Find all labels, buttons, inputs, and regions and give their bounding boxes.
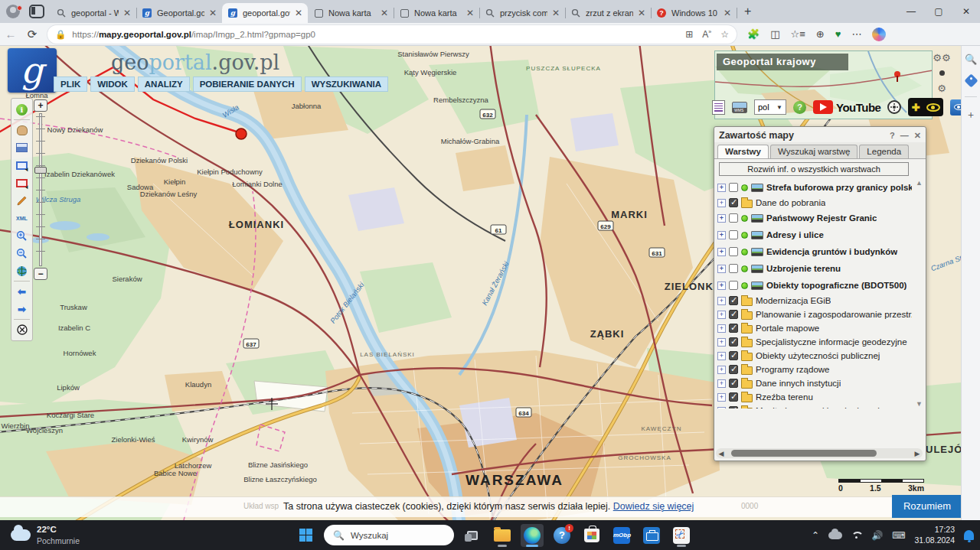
layer-row[interactable]: +Uzbrojenie terenu [717,260,912,277]
close-tool[interactable] [14,322,30,337]
layer-checkbox[interactable] [729,406,738,408]
layers-horizontal-scrollbar[interactable]: ◀ ▶ [716,448,923,458]
menu-pobieranie-danych[interactable]: POBIERANIE DANYCH [193,76,302,92]
layer-checkbox[interactable] [729,337,738,347]
layer-row[interactable]: +Ewidencja gruntów i budynków [717,243,912,260]
panel-help-icon[interactable]: ? [890,131,895,140]
extensions-icon[interactable]: 🧩 [747,28,760,40]
sidebar-add-icon[interactable]: ＋ [966,108,976,122]
layer-row[interactable]: +Monitoring pozyskiwania danych [717,404,912,408]
browser-tab[interactable]: gGeoportal.gov.pl✕ [136,3,222,23]
cookie-accept-button[interactable]: Rozumiem [892,495,962,518]
scrollbar-thumb[interactable] [731,450,877,457]
gov-app-button[interactable]: mObp [610,524,633,547]
zoom-handle[interactable] [34,167,47,174]
menu-plik[interactable]: PLIK [54,76,87,92]
toolbox-app-button[interactable] [640,524,663,547]
wms-service-icon[interactable] [732,102,747,113]
layer-row[interactable]: +Specjalistyczne informacje geodezyjne [717,335,912,349]
task-view-button[interactable] [461,524,484,547]
layer-checkbox[interactable] [729,247,738,256]
file-explorer-button[interactable] [491,524,514,547]
scroll-left-icon[interactable]: ◀ [716,450,727,457]
tab-close-icon[interactable]: ✕ [381,8,388,18]
layer-row[interactable]: +Portale mapowe [717,321,912,335]
full-extent-tool[interactable] [14,263,30,278]
language-select[interactable]: pol▼ [754,99,786,115]
tab-close-icon[interactable]: ✕ [209,8,217,18]
scroll-right-icon[interactable]: ▶ [912,450,923,457]
copilot-icon[interactable] [872,28,886,41]
expand-icon[interactable]: + [717,199,726,207]
attribute-table-tool[interactable] [14,140,30,155]
layer-row[interactable]: +Obiekty użyteczności publicznej [717,349,912,363]
refresh-icon[interactable]: ⟳ [21,28,43,41]
profile-button[interactable] [0,5,26,18]
zoom-out-tool[interactable] [14,246,30,261]
tab-close-icon[interactable]: ✕ [638,8,645,18]
minimize-button[interactable]: — [897,0,925,23]
tab-close-icon[interactable]: ✕ [552,8,560,18]
legend-list-icon[interactable] [712,100,725,115]
wifi-icon[interactable] [851,532,862,539]
menu-widok[interactable]: WIDOK [90,76,135,92]
volume-icon[interactable]: 🔊 [871,530,883,541]
address-bar[interactable]: 🔒 https://mapy.geoportal.gov.pl/imap/Img… [47,25,737,44]
browser-tab[interactable]: Nowa karta✕ [394,3,479,23]
maximize-button[interactable]: ▢ [925,0,952,23]
tab-close-icon[interactable]: ✕ [295,8,302,18]
layer-row[interactable]: +Modernizacja EGiB [717,294,912,308]
expand-icon[interactable]: + [717,366,726,374]
panel-close-icon[interactable]: ✕ [914,131,921,141]
layers-tab-legenda[interactable]: Legenda [859,145,909,158]
expand-icon[interactable]: + [717,379,726,388]
browser-tab[interactable]: geoportal - Wysz✕ [51,3,136,23]
layer-checkbox[interactable] [729,296,738,305]
tab-close-icon[interactable]: ✕ [466,8,474,18]
layer-row[interactable]: +Adresy i ulice [717,226,912,243]
zoom-out-button[interactable]: − [34,268,47,280]
start-button[interactable] [294,524,317,547]
layer-row[interactable]: +Obiekty topograficzne (BDOT500) [717,277,912,294]
layer-row[interactable]: +Programy rządowe [717,363,912,376]
settings-more-icon[interactable]: ⋯ [851,28,861,40]
layers-vertical-scrollbar[interactable]: ▲ ▼ [914,179,924,408]
previous-view-tool[interactable]: ⬅ [14,284,30,299]
panel-minimize-icon[interactable]: — [900,131,909,140]
scroll-down-icon[interactable]: ▼ [915,400,923,408]
split-screen-icon[interactable]: ◫ [770,28,779,40]
notifications-bell-icon[interactable] [964,530,974,540]
gears-icon[interactable]: ⚙⚙ [933,52,950,63]
weather-widget[interactable]: 22°C Pochmurnie [0,524,153,546]
map-marker[interactable] [236,129,247,139]
expand-icon[interactable]: + [717,393,726,402]
layer-checkbox[interactable] [729,392,738,402]
onedrive-icon[interactable] [828,532,842,539]
visibility-widget[interactable]: ✚ [908,98,943,116]
expand-icon[interactable]: + [717,338,726,347]
expand-icon[interactable]: + [717,265,726,273]
layer-checkbox[interactable] [729,183,738,192]
taskbar-search[interactable]: 🔍Wyszukaj [324,525,454,545]
zoom-in-button[interactable]: + [34,99,47,112]
dot-button[interactable] [939,70,945,76]
favorite-star-icon[interactable]: ☆ [720,29,729,40]
expand-icon[interactable]: + [717,352,726,360]
tab-close-icon[interactable]: ✕ [123,8,131,18]
layer-checkbox[interactable] [729,365,738,374]
sidebar-search-icon[interactable]: 🔍 [965,54,977,65]
geoportal-logo[interactable]: g [8,48,57,93]
layer-row[interactable]: +Strefa buforowa przy granicy polsko-bia… [717,179,912,196]
expand-icon[interactable]: + [717,324,726,333]
expand-icon[interactable]: + [717,311,726,319]
wheel-icon[interactable] [887,100,901,114]
expand-icon[interactable]: + [717,248,726,256]
help-icon[interactable]: ? [793,101,806,114]
layer-row[interactable]: +Planowanie i zagospodarowanie przestrze… [717,308,912,321]
pan-tool[interactable] [14,122,30,138]
zoom-in-tool[interactable] [14,228,30,243]
scroll-up-icon[interactable]: ▲ [915,179,923,187]
tab-actions-icon[interactable] [29,5,44,18]
cookie-more-link[interactable]: Dowiedz się więcej [613,501,694,512]
browser-tab[interactable]: ?Windows 10 - jak✕ [651,3,737,23]
